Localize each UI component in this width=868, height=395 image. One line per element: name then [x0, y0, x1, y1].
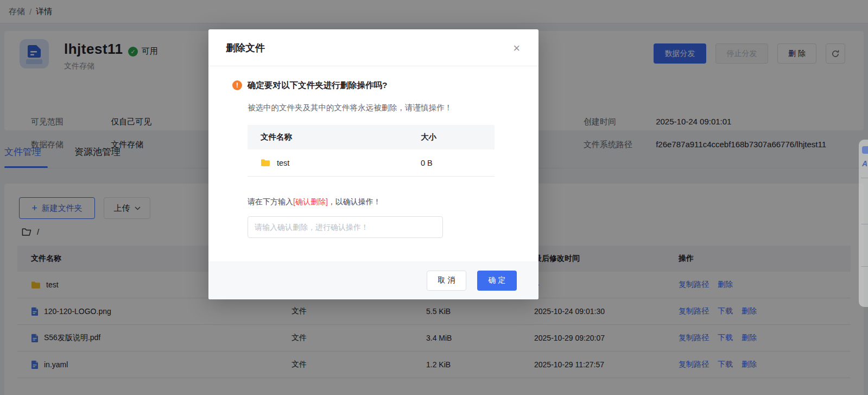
confirm-keyword: [确认删除] — [293, 197, 328, 206]
widget-divider — [861, 224, 868, 224]
widget-divider — [861, 266, 868, 267]
delete-file-modal: 删除文件 × ! 确定要对以下文件夹进行删除操作吗? 被选中的文件夹及其中的文件… — [208, 29, 538, 299]
folder-size: 0 B — [421, 159, 495, 167]
folder-icon — [261, 159, 270, 167]
modal-body: ! 确定要对以下文件夹进行删除操作吗? 被选中的文件夹及其中的文件将永远被删除，… — [208, 66, 538, 238]
modal-file-table: 文件名称 大小 test 0 B — [248, 125, 495, 177]
assistant-icon — [862, 146, 868, 154]
confirm-delete-input[interactable] — [248, 216, 443, 238]
widget-divider — [861, 178, 868, 178]
warning-row: ! 确定要对以下文件夹进行删除操作吗? — [232, 80, 499, 91]
cancel-button[interactable]: 取 消 — [427, 271, 466, 291]
warning-icon: ! — [232, 80, 242, 90]
close-icon[interactable]: × — [513, 42, 520, 54]
confirm-instruction: 请在下方输入[确认删除]，以确认操作！ — [248, 197, 499, 207]
confirm-prefix: 请在下方输入 — [248, 197, 293, 206]
confirm-question: 确定要对以下文件夹进行删除操作吗? — [248, 80, 387, 91]
col-size: 大小 — [421, 132, 495, 142]
modal-table-row: test 0 B — [248, 149, 495, 177]
col-name: 文件名称 — [248, 132, 421, 142]
confirm-suffix: ，以确认操作！ — [328, 197, 381, 206]
assistant-widget[interactable]: A — [859, 140, 868, 307]
warning-description: 被选中的文件夹及其中的文件将永远被删除，请谨慎操作！ — [248, 103, 499, 113]
modal-header: 删除文件 × — [208, 29, 538, 66]
storage-detail-page: 存储 / 详情 lhjtest11 ✓ 可用 文件存储 可见范围 仅自己可见 数… — [0, 0, 868, 395]
modal-table-header: 文件名称 大小 — [248, 125, 495, 149]
assistant-letter: A — [862, 159, 867, 168]
modal-title: 删除文件 — [226, 41, 265, 54]
confirm-button[interactable]: 确 定 — [477, 271, 517, 291]
modal-footer: 取 消 确 定 — [208, 261, 538, 299]
folder-name: test — [277, 159, 289, 167]
